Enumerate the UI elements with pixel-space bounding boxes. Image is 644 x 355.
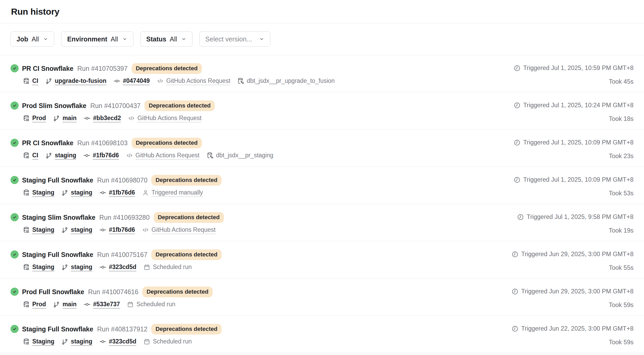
run-row[interactable]: PR CI Snowflake Run #410698103 Deprecati… xyxy=(0,130,644,167)
meta-commit-item[interactable]: #1fb76d6 xyxy=(99,226,135,233)
triggered-text: Triggered Jul 1, 2025, 9:58 PM GMT+8 xyxy=(527,213,634,220)
run-name: Staging Slim Snowflake xyxy=(22,214,95,221)
meta-environment-item[interactable]: Staging xyxy=(23,338,54,345)
meta-environment-item[interactable]: Prod xyxy=(23,301,46,308)
meta-label: Staging xyxy=(32,338,54,345)
triggered-text: Triggered Jul 1, 2025, 10:59 PM GMT+8 xyxy=(523,64,634,72)
meta-branch-item[interactable]: main xyxy=(53,115,77,122)
meta-label: #1fb76d6 xyxy=(93,152,119,159)
meta-commit-item[interactable]: #1fb76d6 xyxy=(99,189,135,196)
run-row[interactable]: Staging Full Snowflake Run #410075167 De… xyxy=(0,241,644,278)
run-meta: Stagingstaging#323cd5dScheduled run xyxy=(23,338,222,345)
triggered-timestamp: Triggered Jul 1, 2025, 9:58 PM GMT+8 xyxy=(517,213,634,220)
code-icon xyxy=(126,152,133,159)
clock-icon xyxy=(514,176,520,183)
run-row[interactable]: Prod Slim Snowflake Run #410700437 Depre… xyxy=(0,92,644,130)
meta-code-item[interactable]: GitHub Actions Request xyxy=(128,115,201,122)
run-duration: Took 59s xyxy=(512,302,634,309)
status-filter-dropdown[interactable]: Status All xyxy=(140,31,192,47)
run-meta: CIupgrade-to-fusion#0474049GitHub Action… xyxy=(23,77,335,84)
branch-icon xyxy=(53,301,60,308)
environment-icon xyxy=(23,264,30,271)
success-status-icon xyxy=(10,325,19,333)
meta-branch-item[interactable]: staging xyxy=(61,189,92,196)
meta-label: staging xyxy=(71,226,92,233)
meta-environment-item[interactable]: Staging xyxy=(23,263,54,271)
meta-commit-item[interactable]: #323cd5d xyxy=(99,263,136,271)
meta-branch-item[interactable]: upgrade-to-fusion xyxy=(45,77,106,84)
meta-branch-item[interactable]: staging xyxy=(61,226,92,233)
deprecations-badge: Deprecations detected xyxy=(151,324,222,335)
meta-calendar-item: Scheduled run xyxy=(127,301,175,308)
version-filter-placeholder: Select version... xyxy=(205,35,252,43)
deprecations-badge: Deprecations detected xyxy=(144,100,215,111)
success-status-icon xyxy=(10,288,19,296)
commit-icon xyxy=(83,152,90,159)
run-number: Run #410693280 xyxy=(99,214,150,221)
run-number: Run #408137912 xyxy=(97,325,147,333)
clock-icon xyxy=(512,251,518,258)
code-icon xyxy=(128,115,135,122)
meta-commit-item[interactable]: #0474049 xyxy=(114,77,150,84)
meta-calendar-item: Scheduled run xyxy=(143,338,192,345)
branch-icon xyxy=(61,338,68,345)
chevron-down-icon xyxy=(259,36,264,42)
environment-filter-label: Environment xyxy=(67,35,107,43)
meta-label: Scheduled run xyxy=(136,301,175,308)
commit-icon xyxy=(99,227,106,233)
run-row[interactable]: Staging Slim Snowflake Run #410693280 De… xyxy=(0,204,644,241)
meta-branch-item[interactable]: staging xyxy=(61,338,92,345)
commit-icon xyxy=(114,78,120,84)
run-duration: Took 55s xyxy=(512,264,634,271)
meta-code-item[interactable]: GitHub Actions Request xyxy=(157,77,230,84)
meta-label: Prod xyxy=(32,301,46,308)
chevron-down-icon xyxy=(43,36,48,42)
meta-environment-item[interactable]: Staging xyxy=(23,226,54,233)
meta-person-item[interactable]: Triggered manually xyxy=(142,189,203,196)
run-meta: Prodmain#533e737Scheduled run xyxy=(23,301,213,308)
run-name: Staging Full Snowflake xyxy=(22,325,93,333)
meta-label: Prod xyxy=(32,115,46,122)
triggered-timestamp: Triggered Jul 1, 2025, 10:59 PM GMT+8 xyxy=(514,64,634,72)
run-row[interactable]: PR CI Snowflake Run #410705397 Deprecati… xyxy=(0,55,644,92)
meta-commit-item[interactable]: #bb3ecd2 xyxy=(84,115,121,122)
run-number: Run #410698103 xyxy=(77,139,128,147)
run-row[interactable]: Staging Full Snowflake Run #408137912 De… xyxy=(0,316,644,353)
clock-icon xyxy=(517,214,524,220)
job-filter-dropdown[interactable]: Job All xyxy=(10,31,54,47)
meta-environment-item[interactable]: CI xyxy=(23,77,38,84)
meta-label: CI xyxy=(32,152,38,159)
meta-commit-item[interactable]: #533e737 xyxy=(84,301,120,308)
run-row[interactable]: Staging Full Snowflake Run #410698070 De… xyxy=(0,167,644,204)
meta-branch-item[interactable]: main xyxy=(53,301,77,308)
chevron-down-icon xyxy=(181,36,186,42)
run-duration: Took 19s xyxy=(517,227,634,234)
meta-environment-item[interactable]: Staging xyxy=(23,189,54,196)
run-number: Run #410700437 xyxy=(90,102,141,110)
meta-branch-item[interactable]: staging xyxy=(61,263,92,271)
run-meta: Stagingstaging#1fb76d6GitHub Actions Req… xyxy=(23,226,224,233)
commit-icon xyxy=(99,338,106,345)
meta-label: #323cd5d xyxy=(109,338,136,345)
meta-commit-item[interactable]: #1fb76d6 xyxy=(83,152,119,159)
meta-environment-item[interactable]: CI xyxy=(23,152,38,159)
page-header: Run history xyxy=(0,0,644,23)
filter-bar: Job All Environment All Status All Selec… xyxy=(0,23,644,55)
run-duration: Took 23s xyxy=(514,153,634,160)
run-row[interactable]: Prod Full Snowflake Run #410074616 Depre… xyxy=(0,278,644,316)
status-filter-value: All xyxy=(170,35,177,43)
triggered-timestamp: Triggered Jul 1, 2025, 10:09 PM GMT+8 xyxy=(514,176,634,183)
meta-branch-item[interactable]: staging xyxy=(45,152,76,159)
triggered-timestamp: Triggered Jun 29, 2025, 3:00 PM GMT+8 xyxy=(512,251,634,258)
page-title: Run history xyxy=(11,7,60,17)
meta-environment-item[interactable]: Prod xyxy=(23,115,46,122)
job-filter-label: Job xyxy=(17,35,28,43)
meta-label: Scheduled run xyxy=(153,263,192,271)
deprecations-badge: Deprecations detected xyxy=(151,249,222,260)
environment-filter-dropdown[interactable]: Environment All xyxy=(61,31,133,47)
version-filter-dropdown[interactable]: Select version... xyxy=(199,31,270,47)
triggered-text: Triggered Jun 29, 2025, 3:00 PM GMT+8 xyxy=(521,251,634,258)
meta-code-item[interactable]: GitHub Actions Request xyxy=(126,152,200,159)
meta-commit-item[interactable]: #323cd5d xyxy=(99,338,136,345)
meta-code-item[interactable]: GitHub Actions Request xyxy=(142,226,216,233)
